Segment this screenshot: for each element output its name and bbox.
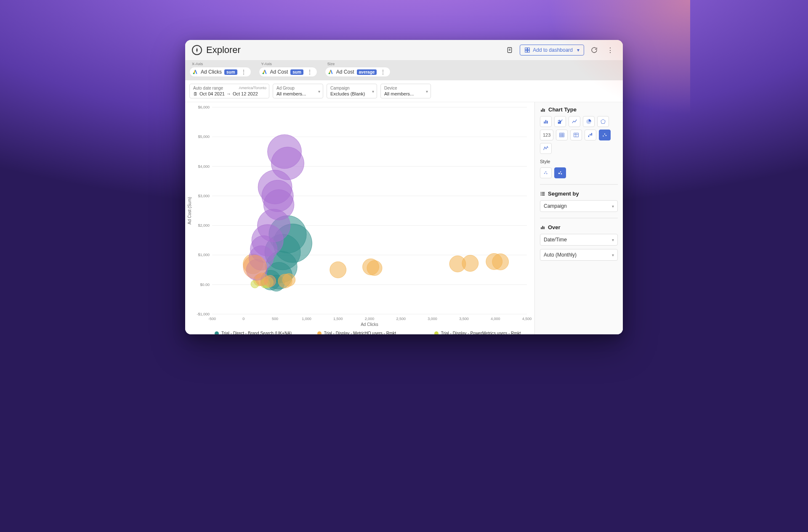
svg-text:4,500: 4,500 <box>522 317 532 321</box>
svg-marker-0 <box>196 48 198 53</box>
svg-text:2,500: 2,500 <box>396 317 406 321</box>
pie-chart-type[interactable] <box>583 116 595 127</box>
legend-dot <box>215 331 219 335</box>
svg-point-107 <box>560 172 561 172</box>
over-value: Date/Time <box>544 237 567 243</box>
funnel-chart-type[interactable] <box>540 143 552 154</box>
svg-point-10 <box>193 73 195 74</box>
svg-marker-88 <box>601 119 606 124</box>
svg-point-16 <box>328 73 330 74</box>
svg-point-108 <box>561 173 562 175</box>
legend-label: Trial - Direct - Brand Search (UK+NA) <box>221 331 292 334</box>
style-scatter-plain[interactable] <box>540 167 552 178</box>
svg-rect-6 <box>525 50 527 53</box>
line-chart-type[interactable] <box>569 116 580 127</box>
right-sidebar: Chart Type 123 Style <box>534 102 623 334</box>
date-range-filter[interactable]: Auto date range America/Toronto 🗓 Oct 04… <box>189 84 269 98</box>
segment-by-dropdown[interactable]: Campaign ▾ <box>540 200 618 212</box>
scatter-chart-type[interactable] <box>599 130 611 140</box>
number-chart-type[interactable]: 123 <box>540 130 553 140</box>
size-axis-agg: average <box>357 69 377 75</box>
svg-text:3,500: 3,500 <box>459 317 469 321</box>
x-axis-kebab-icon[interactable]: ⋮ <box>240 69 247 75</box>
ad-group-value: All members... <box>276 91 319 96</box>
refresh-icon[interactable] <box>588 44 600 56</box>
size-axis-pill[interactable]: Ad Cost average ⋮ <box>325 67 391 77</box>
pivot-chart-type[interactable] <box>570 130 582 140</box>
add-to-dashboard-button[interactable]: Add to dashboard ▾ <box>520 45 584 56</box>
bubble-chart: -$1,000$0.00$1,000$2,000$3,000$4,000$5,0… <box>185 102 534 329</box>
svg-text:$3,000: $3,000 <box>198 194 210 198</box>
y-axis-pill[interactable]: Ad Cost sum ⋮ <box>259 67 317 77</box>
svg-rect-81 <box>542 108 543 111</box>
y-axis-metric: Ad Cost <box>270 69 288 75</box>
style-grid <box>540 167 618 178</box>
svg-rect-116 <box>542 226 543 229</box>
waterfall-chart-type[interactable] <box>585 130 596 140</box>
svg-marker-12 <box>264 70 266 74</box>
svg-text:Ad Clicks: Ad Clicks <box>361 322 378 327</box>
svg-text:$5,000: $5,000 <box>198 135 210 139</box>
size-axis-kebab-icon[interactable]: ⋮ <box>379 69 387 75</box>
svg-text:$2,000: $2,000 <box>198 223 210 228</box>
chevron-down-icon: ▾ <box>318 89 320 93</box>
svg-point-101 <box>604 134 605 135</box>
svg-point-104 <box>545 172 546 172</box>
svg-text:1,000: 1,000 <box>302 317 311 321</box>
granularity-dropdown[interactable]: Auto (Monthly) ▾ <box>540 249 618 261</box>
chart-area: -$1,000$0.00$1,000$2,000$3,000$4,000$5,0… <box>185 102 534 334</box>
combo-chart-type[interactable] <box>554 116 566 127</box>
svg-rect-109 <box>541 192 542 193</box>
y-axis-kebab-icon[interactable]: ⋮ <box>306 69 314 75</box>
x-axis-pill[interactable]: Ad Clicks sum ⋮ <box>189 67 251 77</box>
svg-text:-$1,000: -$1,000 <box>197 312 210 316</box>
campaign-label: Campaign <box>330 86 373 90</box>
segment-by-value: Campaign <box>544 203 567 209</box>
titlebar: Explorer Add to dashboard ▾ ⋮ <box>185 40 623 60</box>
google-ads-icon <box>192 69 198 75</box>
chevron-down-icon: ▾ <box>372 89 374 93</box>
legend-item[interactable]: Trial - Direct - Brand Search (UK+NA) <box>215 331 306 334</box>
svg-rect-114 <box>542 195 545 196</box>
y-axis-label: Y-Axis <box>259 62 317 66</box>
svg-point-13 <box>262 73 264 74</box>
svg-marker-15 <box>330 70 333 74</box>
ad-group-filter[interactable]: Ad Group All members... ▾ <box>273 84 323 98</box>
device-filter[interactable]: Device All members... ▾ <box>380 84 431 98</box>
legend-item[interactable]: Trial - Display - MetricHQ users - Rmkt <box>317 331 423 334</box>
chevron-down-icon: ▾ <box>612 238 614 242</box>
campaign-filter[interactable]: Campaign Excludes (Blank) ▾ <box>327 84 377 98</box>
svg-rect-7 <box>528 50 530 53</box>
svg-text:$0.00: $0.00 <box>200 283 210 287</box>
ad-group-label: Ad Group <box>276 86 319 90</box>
svg-rect-82 <box>544 109 545 111</box>
legend-item[interactable]: Trial - Display - PowerMetrics users - R… <box>434 331 530 334</box>
over-dropdown[interactable]: Date/Time ▾ <box>540 234 618 246</box>
svg-point-100 <box>603 135 604 136</box>
svg-point-63 <box>282 273 295 286</box>
style-scatter-bubble[interactable] <box>554 167 566 178</box>
svg-rect-85 <box>547 121 548 123</box>
svg-rect-99 <box>591 133 592 135</box>
svg-rect-115 <box>541 228 542 229</box>
svg-text:-500: -500 <box>208 317 216 321</box>
google-ads-icon <box>262 69 268 75</box>
app-window: Explorer Add to dashboard ▾ ⋮ X-Axis Ad … <box>185 40 623 334</box>
export-icon[interactable] <box>504 44 516 56</box>
table-chart-type[interactable] <box>556 130 568 140</box>
date-to: Oct 12 2022 <box>233 91 258 96</box>
svg-text:Ad Cost (Sum): Ad Cost (Sum) <box>187 197 192 225</box>
page-title: Explorer <box>206 45 500 56</box>
more-menu-icon[interactable]: ⋮ <box>604 44 616 56</box>
svg-point-55 <box>367 260 382 275</box>
svg-point-102 <box>606 135 606 136</box>
list-icon <box>540 191 545 196</box>
size-axis-label: Size <box>325 62 391 66</box>
radar-chart-type[interactable] <box>597 116 609 127</box>
svg-text:1,500: 1,500 <box>333 317 343 321</box>
bar-chart-type[interactable] <box>540 116 552 127</box>
svg-text:3,000: 3,000 <box>428 317 437 321</box>
chevron-down-icon: ▾ <box>612 253 614 257</box>
segment-by-title: Segment by <box>540 191 618 197</box>
svg-rect-98 <box>590 134 591 136</box>
